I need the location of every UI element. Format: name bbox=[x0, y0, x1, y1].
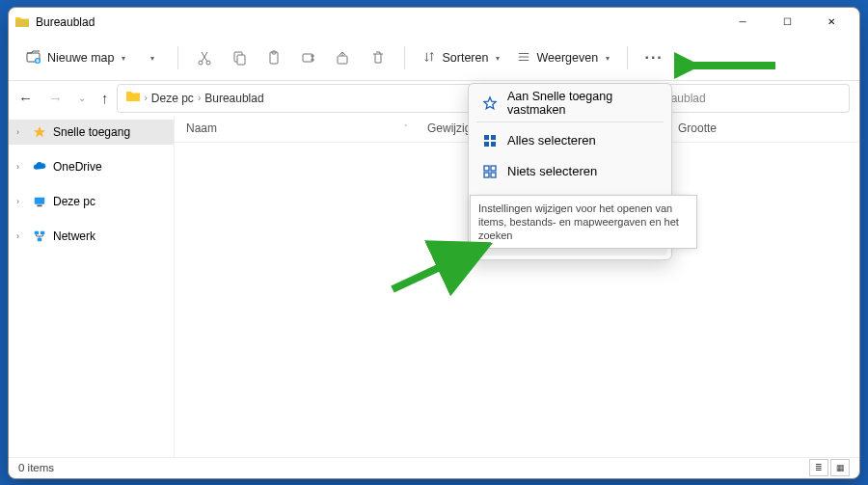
menu-select-none[interactable]: Niets selecteren bbox=[473, 156, 667, 187]
sort-icon bbox=[422, 50, 436, 67]
svg-rect-21 bbox=[484, 173, 489, 177]
window-title: Bureaublad bbox=[36, 15, 95, 29]
chevron-right-icon: › bbox=[198, 93, 201, 103]
new-folder-icon bbox=[26, 49, 41, 67]
new-folder-label: Nieuwe map bbox=[47, 51, 114, 65]
svg-rect-5 bbox=[237, 55, 245, 65]
sidebar-item-quickaccess[interactable]: › Snelle toegang bbox=[9, 120, 174, 145]
separator bbox=[404, 46, 405, 69]
separator bbox=[627, 46, 628, 69]
copy-button[interactable] bbox=[223, 42, 256, 73]
command-bar: Nieuwe map ▾ ▾ Sorteren ▾ Weergeven bbox=[9, 37, 859, 81]
folder-icon bbox=[125, 89, 141, 107]
view-button[interactable]: Weergeven ▾ bbox=[509, 42, 617, 73]
menu-label: Aan Snelle toegang vastmaken bbox=[507, 90, 658, 117]
rename-button[interactable] bbox=[292, 42, 325, 73]
cloud-icon bbox=[32, 160, 47, 174]
separator bbox=[177, 46, 178, 69]
svg-rect-22 bbox=[491, 173, 496, 177]
sidebar-item-label: Netwerk bbox=[53, 229, 95, 243]
recent-chevron[interactable]: ⌄ bbox=[78, 93, 86, 103]
breadcrumb-part[interactable]: Bureaublad bbox=[204, 92, 263, 105]
svg-rect-11 bbox=[37, 204, 41, 206]
sidebar-item-thispc[interactable]: › Deze pc bbox=[9, 189, 174, 214]
chevron-right-icon: › bbox=[16, 231, 26, 241]
sidebar-item-onedrive[interactable]: › OneDrive bbox=[9, 154, 174, 179]
share-button[interactable] bbox=[327, 42, 360, 73]
thumbnails-view-button[interactable]: ▦ bbox=[830, 459, 850, 476]
forward-button[interactable]: → bbox=[48, 90, 63, 106]
star-icon bbox=[32, 125, 47, 139]
nav-pane: › Snelle toegang › OneDrive › D bbox=[9, 116, 175, 457]
chevron-down-icon: ▾ bbox=[496, 54, 500, 63]
svg-point-3 bbox=[206, 61, 210, 65]
delete-button[interactable] bbox=[362, 42, 394, 73]
network-icon bbox=[32, 229, 47, 243]
sidebar-item-label: Deze pc bbox=[53, 195, 95, 208]
menu-label: Alles selecteren bbox=[507, 133, 596, 148]
chevron-down-icon: ▾ bbox=[122, 54, 125, 63]
cut-button[interactable] bbox=[188, 42, 221, 73]
titlebar: Bureaublad ─ ☐ ✕ bbox=[9, 8, 859, 37]
chevron-right-icon: › bbox=[16, 197, 26, 206]
svg-rect-16 bbox=[491, 135, 496, 140]
close-button[interactable]: ✕ bbox=[809, 8, 854, 37]
sort-indicator-icon: ˄ bbox=[404, 124, 408, 132]
svg-rect-8 bbox=[303, 54, 312, 62]
svg-rect-18 bbox=[491, 142, 496, 147]
column-name[interactable]: Naam˄ bbox=[186, 121, 427, 135]
item-count: 0 items bbox=[18, 462, 54, 473]
svg-rect-15 bbox=[484, 135, 489, 140]
chevron-down-button[interactable]: ▾ bbox=[135, 42, 168, 73]
sort-label: Sorteren bbox=[442, 51, 488, 65]
menu-divider bbox=[476, 121, 664, 122]
svg-rect-20 bbox=[491, 166, 496, 171]
svg-rect-14 bbox=[38, 237, 41, 241]
monitor-icon bbox=[32, 195, 47, 208]
svg-rect-10 bbox=[35, 197, 45, 203]
view-icon bbox=[517, 50, 530, 67]
svg-rect-17 bbox=[484, 142, 489, 147]
folder-icon bbox=[14, 14, 30, 30]
paste-button[interactable] bbox=[258, 42, 290, 73]
more-button[interactable]: ··· bbox=[637, 42, 670, 73]
chevron-right-icon: › bbox=[16, 162, 26, 172]
up-button[interactable]: ↑ bbox=[101, 90, 109, 106]
view-label: Weergeven bbox=[536, 51, 598, 65]
new-folder-button[interactable]: Nieuwe map ▾ bbox=[18, 42, 133, 73]
select-none-icon bbox=[482, 164, 498, 179]
chevron-right-icon: › bbox=[16, 127, 26, 137]
select-all-icon bbox=[482, 133, 498, 148]
sidebar-item-label: Snelle toegang bbox=[53, 125, 130, 139]
svg-rect-13 bbox=[41, 230, 44, 234]
svg-rect-19 bbox=[484, 166, 489, 171]
nav-row: ← → ⌄ ↑ › Deze pc › Bureaublad eaublad bbox=[9, 81, 859, 116]
status-bar: 0 items ≣ ▦ bbox=[9, 457, 859, 478]
search-input[interactable]: eaublad bbox=[657, 84, 850, 113]
star-outline-icon bbox=[482, 95, 498, 111]
explorer-window: Bureaublad ─ ☐ ✕ Nieuwe map ▾ ▾ bbox=[8, 7, 860, 479]
menu-pin-to-quickaccess[interactable]: Aan Snelle toegang vastmaken bbox=[473, 88, 667, 119]
back-button[interactable]: ← bbox=[18, 90, 33, 106]
menu-label: Niets selecteren bbox=[507, 164, 597, 178]
svg-point-2 bbox=[199, 61, 203, 65]
details-view-button[interactable]: ≣ bbox=[809, 459, 828, 476]
tooltip-text: Instellingen wijzigen voor het openen va… bbox=[478, 202, 679, 242]
minimize-button[interactable]: ─ bbox=[720, 8, 765, 37]
sidebar-item-label: OneDrive bbox=[53, 160, 102, 174]
chevron-down-icon: ▾ bbox=[606, 54, 610, 63]
svg-rect-9 bbox=[338, 56, 347, 64]
breadcrumb-part[interactable]: Deze pc bbox=[151, 92, 194, 105]
svg-rect-12 bbox=[35, 230, 39, 234]
column-size[interactable]: Grootte bbox=[678, 121, 755, 135]
chevron-right-icon: › bbox=[145, 93, 148, 103]
sort-button[interactable]: Sorteren ▾ bbox=[415, 42, 507, 73]
options-tooltip: Instellingen wijzigen voor het openen va… bbox=[470, 195, 697, 250]
sidebar-item-network[interactable]: › Netwerk bbox=[9, 224, 174, 249]
menu-select-all[interactable]: Alles selecteren bbox=[473, 125, 667, 156]
maximize-button[interactable]: ☐ bbox=[765, 8, 809, 37]
